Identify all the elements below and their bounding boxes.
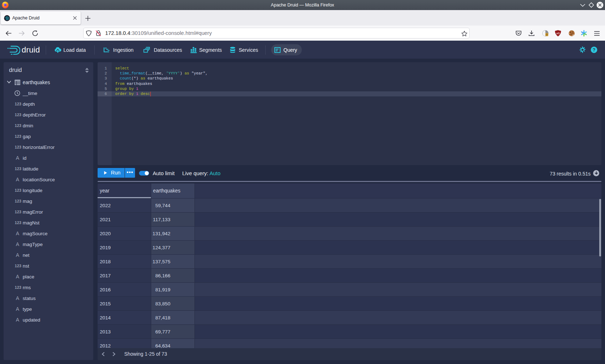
- svg-text:?: ?: [593, 47, 596, 53]
- svg-text:uO: uO: [556, 32, 560, 35]
